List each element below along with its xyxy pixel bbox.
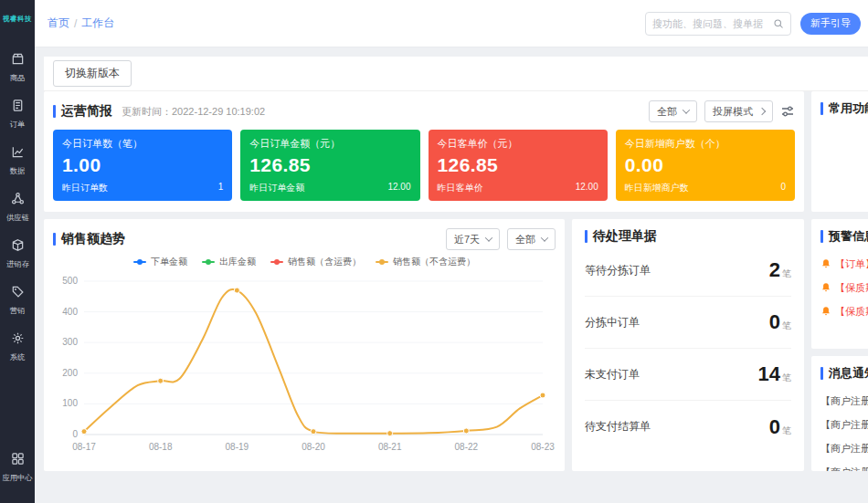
svg-text:08-17: 08-17 [72,442,96,452]
legend-marker [202,261,215,263]
pending-row-waiting-sort[interactable]: 等待分拣订单 2 笔 [585,245,791,297]
notice-item[interactable]: 【商户注册】 [820,460,868,471]
breadcrumb-separator: / [74,17,77,30]
yesterday-label: 昨日客单价 [438,182,483,194]
sidebar-item-label: 商品 [10,72,26,83]
pending-label: 待支付结算单 [585,419,651,435]
pending-row-settlement[interactable]: 待支付结算单 0 笔 [585,401,791,453]
pending-unit: 笔 [782,372,791,384]
section-accent [53,105,56,118]
warning-item[interactable]: 【保质期】 [820,276,868,299]
pending-header: 待处理单据 [585,228,791,245]
pending-unit: 笔 [782,320,791,332]
version-bar: 切换新版本 [44,57,868,91]
box-icon [11,52,25,69]
trend-type-select[interactable]: 全部 [507,228,556,250]
topbar: 首页 / 工作台 新手引导 [35,0,868,47]
logo-text: 视睿科技 [3,15,32,23]
sales-trend-panel: 销售额趋势 近7天 全部 下单金额 出库金额 销售额（含运费） 销售额 [44,219,565,471]
app-center-icon [11,452,25,469]
sidebar-item-system[interactable]: 系统 [0,326,35,368]
trend-type-value: 全部 [515,233,535,246]
svg-text:08-20: 08-20 [302,442,325,452]
warning-text: 【保质期】 [835,281,868,295]
sales-trend-controls: 近7天 全部 [446,228,556,250]
search-input[interactable] [652,18,773,29]
sidebar: 视睿科技 商品 订单 数据 供应链 进销存 营销 系统 [0,0,35,503]
bell-icon [820,282,831,293]
stat-card-today-orders: 今日订单数（笔） 1.00 昨日订单数 1 [53,130,232,201]
notice-item[interactable]: 【商户注册】 [820,413,868,436]
notice-item[interactable]: 【商户注册】 [820,436,868,460]
logo: 视睿科技 [3,8,32,25]
yesterday-value: 12.00 [387,182,410,194]
yesterday-value: 12.00 [576,182,598,194]
notice-item[interactable]: 【商户注册】 [820,389,868,413]
svg-text:200: 200 [62,368,78,378]
section-accent [585,230,587,243]
notice-title: 消息通知 [829,365,868,382]
breadcrumb-home[interactable]: 首页 [48,16,69,31]
svg-text:500: 500 [62,276,78,286]
svg-text:08-21: 08-21 [378,442,402,452]
warning-item[interactable]: 【保质期】 [820,299,868,323]
svg-text:08-22: 08-22 [455,442,479,452]
legend-item-sales-without-freight[interactable]: 销售额（不含运费） [376,256,475,268]
sidebar-item-inventory[interactable]: 进销存 [0,233,35,275]
sidebar-item-label: 营销 [10,305,26,316]
stat-card-value: 0.00 [625,154,786,176]
notice-header: 消息通知 [820,365,868,382]
sidebar-item-orders[interactable]: 订单 [0,93,35,135]
legend-label: 出库金额 [219,256,256,268]
briefing-updated-time: 更新时间：2022-12-29 10:19:02 [122,105,265,119]
legend-item-order-amount[interactable]: 下单金额 [133,256,187,268]
sidebar-item-data[interactable]: 数据 [0,140,35,182]
legend-label: 销售额（含运费） [288,256,361,268]
warning-item[interactable]: 【订单】 [820,252,868,276]
sidebar-item-label: 系统 [10,351,26,362]
svg-text:300: 300 [62,337,78,347]
sidebar-item-marketing[interactable]: 营销 [0,279,35,321]
stat-card-title: 今日新增商户数（个） [625,137,786,151]
legend-item-outbound-amount[interactable]: 出库金额 [202,256,256,268]
sales-trend-chart: 010020030040050008-1708-1808-1908-2008-2… [53,270,556,458]
trend-range-select[interactable]: 近7天 [446,228,500,250]
search-box [645,12,791,36]
sales-trend-title: 销售额趋势 [61,231,125,247]
tune-filter-icon[interactable] [780,104,795,119]
common-functions-title: 常用功能 [829,100,868,117]
chart-legend: 下单金额 出库金额 销售额（含运费） 销售额（不含运费） [53,256,556,268]
new-user-guide-button[interactable]: 新手引导 [800,13,861,35]
sidebar-item-supply-chain[interactable]: 供应链 [0,186,35,228]
switch-version-button[interactable]: 切换新版本 [53,60,132,87]
yesterday-label: 昨日订单金额 [249,182,304,194]
sidebar-item-app-center[interactable]: 应用中心 [0,446,35,488]
warning-text: 【保质期】 [835,305,868,319]
pending-row-sorting[interactable]: 分拣中订单 0 笔 [585,297,791,349]
svg-text:08-23: 08-23 [531,442,555,452]
legend-label: 下单金额 [151,256,187,268]
warning-list: 【订单】 【保质期】 【保质期】 [820,252,868,323]
system-icon [11,331,25,349]
legend-item-sales-with-freight[interactable]: 销售额（含运费） [270,256,361,268]
briefing-filter-select[interactable]: 全部 [649,100,697,122]
notice-text: 【商户注册】 [820,394,868,408]
pending-unit: 笔 [782,267,791,280]
search-icon[interactable] [773,18,784,29]
breadcrumb-current: 工作台 [81,16,114,31]
sidebar-item-goods[interactable]: 商品 [0,47,35,89]
pending-panel: 待处理单据 等待分拣订单 2 笔 分拣中订单 0 笔 未支付订单 14 笔 待支… [572,219,804,471]
pending-row-unpaid[interactable]: 未支付订单 14 笔 [585,349,791,401]
pending-label: 分拣中订单 [585,315,640,330]
yesterday-label: 昨日新增商户数 [625,182,689,194]
screen-mode-button[interactable]: 投屏模式 [704,100,773,122]
sidebar-item-label: 应用中心 [2,472,32,483]
briefing-panel: 运营简报 更新时间：2022-12-29 10:19:02 全部 投屏模式 今日… [44,91,804,212]
stat-card-title: 今日订单金额（元） [249,137,410,151]
notice-text: 【商户注册】 [820,466,868,472]
stat-card-footer: 昨日客单价 12.00 [438,182,598,194]
pending-number: 14 笔 [758,362,791,386]
inventory-icon [11,238,25,256]
pending-number: 0 笔 [769,310,791,334]
svg-text:400: 400 [62,307,78,317]
